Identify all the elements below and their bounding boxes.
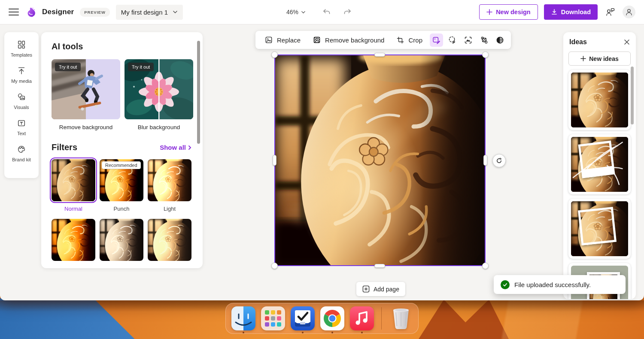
redo-button[interactable] <box>341 6 354 18</box>
sidebar-item-brand-kit[interactable]: Brand kit <box>4 140 39 166</box>
plus-square-icon <box>362 285 370 293</box>
filter-thumb[interactable] <box>100 219 143 261</box>
ai-tool-label: Remove background <box>52 124 120 130</box>
undo-icon <box>322 8 331 16</box>
contrast-button[interactable] <box>493 33 507 47</box>
top-bar: Designer PREVIEW My first design 1 46% N… <box>0 0 644 24</box>
toast-message: File uploaded successfully. <box>514 281 591 288</box>
dock-music-icon[interactable] <box>350 306 374 330</box>
chevron-down-icon <box>173 9 178 15</box>
resize-handle-top-left[interactable] <box>271 51 278 58</box>
try-it-out-badge: Try it out <box>55 63 81 71</box>
texture-copy-button[interactable] <box>477 33 491 47</box>
redo-icon <box>343 8 352 16</box>
dock-separator <box>381 307 382 330</box>
text-box-icon <box>17 118 26 128</box>
filter-label: Normal <box>52 206 95 212</box>
remove-background-button[interactable]: Remove background <box>308 33 389 47</box>
crop-icon <box>396 36 404 44</box>
replace-image-icon <box>264 36 273 44</box>
ai-tool-card-blur-background[interactable]: Try it out Blur background <box>125 59 193 130</box>
filter-thumb-punch[interactable]: Recommended Punch <box>100 159 143 212</box>
sidebar-item-text[interactable]: Text <box>4 114 39 140</box>
resize-handle-right[interactable] <box>483 155 487 166</box>
idea-thumbnail-2[interactable] <box>568 134 631 194</box>
filter-thumb-light[interactable]: Light <box>148 159 191 212</box>
lasso-select-button[interactable] <box>446 33 459 47</box>
dock-things-icon[interactable] <box>291 306 315 330</box>
design-name-dropdown[interactable]: My first design 1 <box>116 5 183 20</box>
dock-trash-icon[interactable] <box>389 306 413 330</box>
tilted-frame-overlay <box>578 207 617 245</box>
design-name-label: My first design 1 <box>121 9 168 16</box>
branch-decoration <box>571 137 628 192</box>
resize-handle-top[interactable] <box>374 53 385 57</box>
account-button[interactable] <box>623 6 635 18</box>
resize-handle-left[interactable] <box>273 155 276 166</box>
show-all-link[interactable]: Show all <box>160 144 192 151</box>
account-icon <box>625 8 633 16</box>
dock-launchpad-icon[interactable] <box>261 306 285 330</box>
ideas-panel-scrollbar[interactable] <box>631 67 634 124</box>
ideas-title: Ideas <box>569 38 587 46</box>
visuals-image-icon <box>17 92 26 102</box>
left-rail: Templates My media Visuals Text Brand ki… <box>4 32 39 178</box>
resize-handle-top-right[interactable] <box>482 51 489 58</box>
resize-handle-bottom[interactable] <box>374 264 385 268</box>
recommended-badge: Recommended <box>102 161 141 169</box>
upload-toast: File uploaded successfully. <box>494 275 626 294</box>
palette-icon <box>17 145 26 154</box>
resize-handle-bottom-left[interactable] <box>271 263 278 269</box>
tools-panel-scrollbar[interactable] <box>197 41 200 144</box>
new-design-button[interactable]: New design <box>479 4 538 20</box>
idea-thumbnail-3[interactable] <box>568 199 631 259</box>
selected-image-vase[interactable] <box>275 55 485 266</box>
filters-title: Filters <box>52 142 77 152</box>
download-button[interactable]: Download <box>544 4 598 20</box>
rotate-handle[interactable] <box>492 154 506 167</box>
hamburger-menu-icon[interactable] <box>9 8 19 16</box>
tools-panel: AI tools Try it out Remove background Tr… <box>41 32 203 268</box>
dock-chrome-icon[interactable] <box>320 306 344 330</box>
ai-tools-title: AI tools <box>52 42 192 51</box>
crop-button[interactable]: Crop <box>392 33 427 47</box>
idea-thumbnail-1[interactable] <box>568 70 631 130</box>
templates-grid-icon <box>17 40 26 49</box>
filter-thumb-normal[interactable]: Normal <box>52 159 95 212</box>
ideas-panel: Ideas New ideas <box>563 32 636 299</box>
feedback-button[interactable] <box>604 6 617 18</box>
chevron-right-icon <box>187 145 192 150</box>
ai-filters-button[interactable] <box>430 33 443 47</box>
texture-copy-icon <box>480 36 489 45</box>
image-toolbar: Replace Remove background Crop <box>255 31 511 49</box>
close-icon <box>624 39 630 45</box>
ai-filters-icon <box>432 36 441 45</box>
preview-badge: PREVIEW <box>80 8 109 17</box>
zoom-control[interactable]: 46% <box>285 6 307 18</box>
sidebar-item-my-media[interactable]: My media <box>4 62 39 88</box>
lasso-select-icon <box>448 36 457 45</box>
add-page-button[interactable]: Add page <box>356 282 405 296</box>
filter-label: Punch <box>100 206 143 212</box>
close-ideas-button[interactable] <box>624 39 630 45</box>
replace-button[interactable]: Replace <box>260 33 305 47</box>
frame-image-button[interactable] <box>462 33 475 47</box>
rotate-icon <box>495 157 503 164</box>
success-check-icon <box>501 280 510 289</box>
ai-tool-card-remove-background[interactable]: Try it out Remove background <box>52 59 120 130</box>
new-ideas-button[interactable]: New ideas <box>568 51 631 66</box>
dock-finder-icon[interactable] <box>231 306 255 330</box>
designer-logo <box>25 6 36 18</box>
ai-tool-label: Blur background <box>125 124 193 130</box>
filter-thumb[interactable] <box>148 219 191 261</box>
undo-button[interactable] <box>320 6 333 18</box>
plus-icon <box>486 9 492 15</box>
resize-handle-bottom-right[interactable] <box>482 263 489 269</box>
filter-thumb[interactable] <box>52 219 95 261</box>
sidebar-item-templates[interactable]: Templates <box>4 36 39 62</box>
designer-app-window: Designer PREVIEW My first design 1 46% N… <box>0 0 644 300</box>
canvas-selection <box>275 55 485 266</box>
contrast-icon <box>495 36 504 45</box>
macos-dock <box>225 303 419 334</box>
sidebar-item-visuals[interactable]: Visuals <box>4 88 39 114</box>
